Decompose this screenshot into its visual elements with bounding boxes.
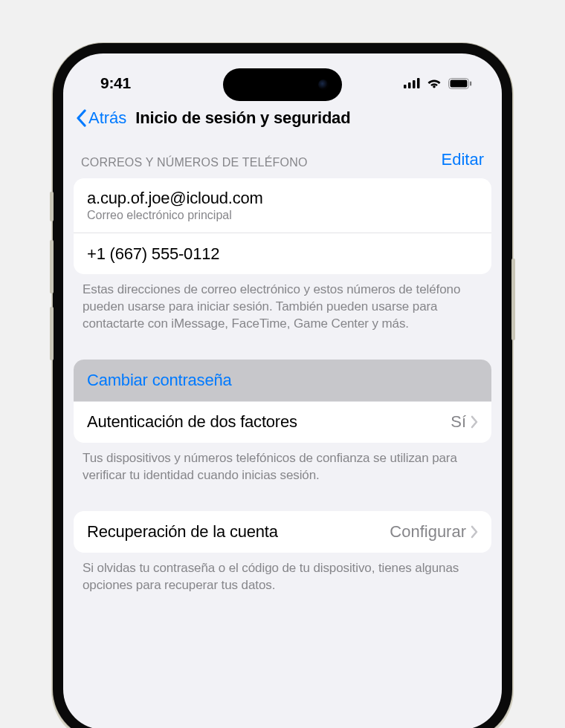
cellular-signal-icon bbox=[404, 78, 420, 88]
screen: 9:41 Atrás Inicio de sesión y s bbox=[63, 53, 502, 728]
chevron-right-icon bbox=[471, 525, 478, 539]
email-sublabel: Correo electrónico principal bbox=[87, 209, 263, 222]
svg-rect-6 bbox=[470, 81, 471, 85]
two-factor-label: Autenticación de dos factores bbox=[87, 412, 297, 432]
back-label: Atrás bbox=[88, 108, 126, 128]
security-card: Cambiar contraseña Autenticación de dos … bbox=[74, 360, 491, 443]
chevron-left-icon bbox=[75, 109, 87, 127]
svg-rect-2 bbox=[413, 80, 416, 88]
status-indicators bbox=[404, 77, 472, 89]
edit-button[interactable]: Editar bbox=[442, 150, 484, 169]
battery-icon bbox=[448, 78, 472, 89]
back-button[interactable]: Atrás bbox=[72, 107, 129, 129]
two-factor-row[interactable]: Autenticación de dos factores Sí bbox=[74, 401, 491, 443]
dynamic-island bbox=[223, 68, 342, 101]
email-row[interactable]: a.cup.of.joe@icloud.com Correo electróni… bbox=[74, 178, 491, 233]
email-value: a.cup.of.joe@icloud.com bbox=[87, 189, 263, 208]
change-password-row[interactable]: Cambiar contraseña bbox=[74, 360, 491, 401]
recovery-footer: Si olvidas tu contraseña o el código de … bbox=[63, 553, 502, 594]
recovery-card: Recuperación de la cuenta Configurar bbox=[74, 511, 491, 553]
power-button bbox=[511, 259, 515, 340]
change-password-label: Cambiar contraseña bbox=[87, 371, 232, 390]
contacts-card: a.cup.of.joe@icloud.com Correo electróni… bbox=[74, 178, 491, 274]
contacts-section-header: CORREOS Y NÚMEROS DE TELÉFONO Editar bbox=[63, 137, 502, 174]
volume-up-button bbox=[50, 240, 54, 293]
security-footer: Tus dispositivos y números telefónicos d… bbox=[63, 443, 502, 484]
nav-bar: Atrás Inicio de sesión y seguridad bbox=[63, 98, 502, 137]
volume-down-button bbox=[50, 307, 54, 360]
account-recovery-row[interactable]: Recuperación de la cuenta Configurar bbox=[74, 511, 491, 553]
wifi-icon bbox=[426, 77, 442, 89]
contacts-footer: Estas direcciones de correo electrónico … bbox=[63, 274, 502, 333]
chevron-right-icon bbox=[471, 415, 478, 429]
contacts-header-label: CORREOS Y NÚMEROS DE TELÉFONO bbox=[81, 156, 308, 169]
phone-row[interactable]: +1 (667) 555-0112 bbox=[74, 233, 491, 274]
front-camera bbox=[318, 79, 329, 90]
status-time: 9:41 bbox=[100, 74, 131, 92]
phone-frame: 9:41 Atrás Inicio de sesión y s bbox=[53, 43, 512, 728]
svg-rect-5 bbox=[451, 79, 468, 87]
svg-rect-0 bbox=[404, 85, 407, 88]
svg-rect-1 bbox=[408, 82, 411, 88]
side-button bbox=[50, 192, 54, 221]
two-factor-value: Sí bbox=[451, 412, 466, 432]
svg-rect-3 bbox=[417, 78, 420, 88]
account-recovery-value: Configurar bbox=[390, 522, 466, 542]
account-recovery-label: Recuperación de la cuenta bbox=[87, 522, 278, 542]
phone-value: +1 (667) 555-0112 bbox=[87, 244, 219, 264]
page-title: Inicio de sesión y seguridad bbox=[135, 108, 350, 128]
